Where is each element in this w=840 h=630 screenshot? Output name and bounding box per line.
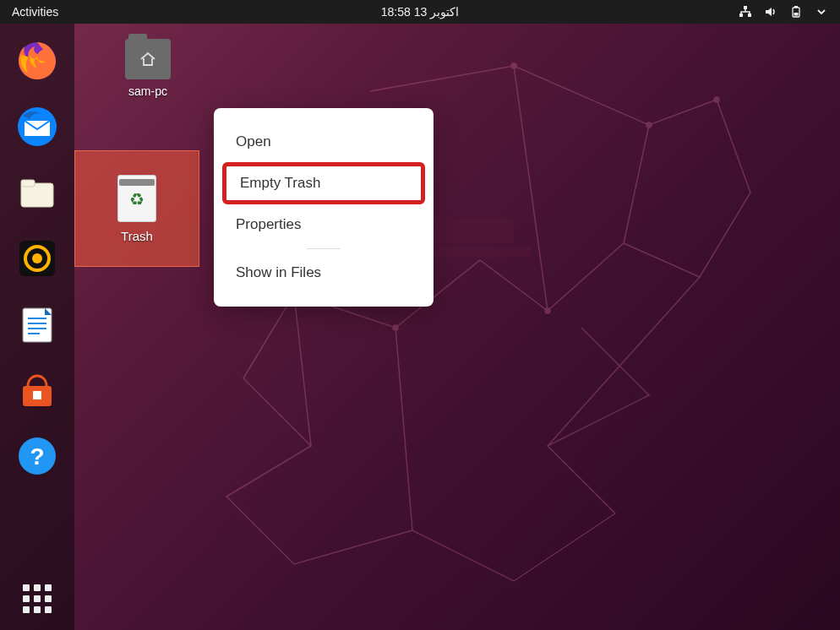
svg-rect-2 <box>748 14 751 17</box>
svg-rect-0 <box>744 6 747 9</box>
trash-icon: ♻ <box>117 175 156 222</box>
svg-rect-5 <box>794 13 799 16</box>
trash-label: Trash <box>121 229 153 243</box>
svg-rect-19 <box>33 391 41 399</box>
dock-item-thunderbird[interactable] <box>14 103 61 150</box>
dock-item-help[interactable]: ? <box>14 432 61 480</box>
menu-item-show-in-files[interactable]: Show in Files <box>214 253 434 293</box>
svg-point-12 <box>32 253 42 263</box>
wallpaper-art <box>74 24 840 630</box>
dock: ? <box>0 24 74 630</box>
activities-button[interactable]: Activities <box>0 5 70 19</box>
desktop-icon-trash[interactable]: ♻ Trash <box>74 150 199 267</box>
menu-item-empty-trash[interactable]: Empty Trash <box>222 162 425 204</box>
svg-point-22 <box>511 63 516 68</box>
svg-point-24 <box>714 97 719 102</box>
show-applications-button[interactable] <box>23 584 52 613</box>
dock-item-writer[interactable] <box>14 301 61 348</box>
svg-point-23 <box>646 122 652 128</box>
top-bar: Activities اكتوبر 13 18:58 <box>0 0 840 24</box>
menu-separator <box>307 248 341 249</box>
chevron-down-icon[interactable] <box>815 5 828 19</box>
menu-item-properties[interactable]: Properties <box>214 204 434 245</box>
context-menu: Open Empty Trash Properties Show in File… <box>214 108 434 307</box>
svg-point-25 <box>545 308 550 313</box>
menu-item-open[interactable]: Open <box>214 122 434 162</box>
system-tray[interactable] <box>739 5 840 19</box>
desktop-icon-label: sam-pc <box>128 84 167 98</box>
svg-rect-1 <box>739 14 743 17</box>
desktop[interactable]: sam-pc ♻ Trash Open Empty Trash Properti… <box>74 24 840 630</box>
dock-item-files[interactable] <box>14 169 61 216</box>
svg-rect-9 <box>21 180 35 187</box>
svg-text:?: ? <box>30 443 44 470</box>
network-icon[interactable] <box>739 5 752 19</box>
clock[interactable]: اكتوبر 13 18:58 <box>381 5 459 19</box>
dock-item-firefox[interactable] <box>14 37 61 84</box>
volume-icon[interactable] <box>764 5 777 19</box>
svg-rect-4 <box>794 6 798 8</box>
desktop-icon-home[interactable]: sam-pc <box>110 39 186 98</box>
dock-item-rhythmbox[interactable] <box>14 235 61 282</box>
svg-point-26 <box>393 325 398 330</box>
battery-icon[interactable] <box>789 5 803 19</box>
folder-icon <box>125 39 171 79</box>
dock-item-software[interactable] <box>14 367 61 414</box>
